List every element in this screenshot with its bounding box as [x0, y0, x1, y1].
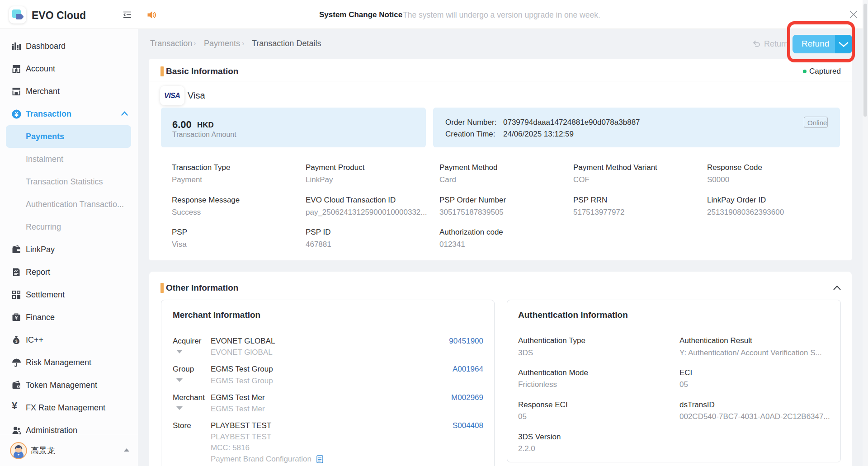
svg-text:$: $ [15, 339, 18, 344]
